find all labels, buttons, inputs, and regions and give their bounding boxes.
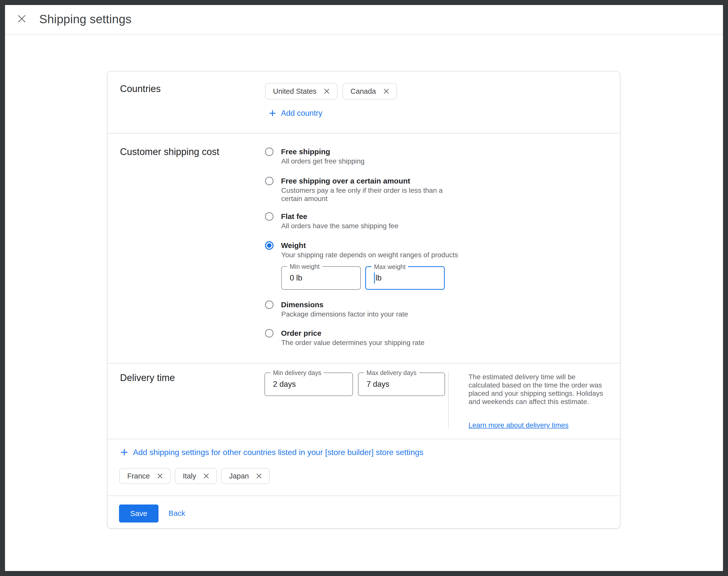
add-other-countries-button[interactable]: Add shipping settings for other countrie…: [120, 447, 424, 458]
section-divider: [108, 363, 620, 364]
vertical-divider: [448, 372, 449, 429]
add-other-countries-label: Add shipping settings for other countrie…: [133, 447, 424, 458]
section-divider: [108, 133, 620, 134]
add-country-label: Add country: [281, 108, 322, 118]
option-description: The order value determines your shipping…: [281, 339, 425, 347]
option-title: Free shipping over a certain amount: [281, 176, 410, 185]
option-title: Free shipping: [281, 147, 330, 156]
remove-country-icon[interactable]: [156, 472, 164, 480]
radio-dimensions[interactable]: [265, 300, 273, 309]
learn-more-link[interactable]: Learn more about delivery times: [468, 421, 569, 429]
remove-country-icon[interactable]: [203, 472, 210, 480]
country-chip-row: United States Canada: [265, 83, 397, 99]
min-weight-field[interactable]: Min weight 0 lb: [281, 266, 361, 290]
radio-weight[interactable]: [265, 241, 273, 250]
country-chip-japan: Japan: [221, 468, 270, 484]
delivery-note: The estimated delivery time will be calc…: [468, 373, 607, 406]
chip-label: Japan: [229, 472, 249, 480]
radio-free-shipping-over-amount[interactable]: [265, 177, 273, 185]
countries-label: Countries: [120, 83, 161, 94]
section-divider: [108, 439, 620, 439]
plus-icon: [120, 448, 128, 457]
settings-card: Countries United States Canada Add count…: [107, 71, 620, 529]
chip-label: France: [127, 472, 150, 480]
save-button[interactable]: Save: [119, 505, 158, 522]
max-weight-field[interactable]: Max weight lb: [365, 266, 445, 290]
min-weight-label: Min weight: [287, 262, 322, 270]
max-delivery-days-field[interactable]: Max delivery days 7 days: [358, 373, 445, 396]
max-weight-label: Max weight: [372, 263, 408, 271]
remove-country-icon[interactable]: [255, 472, 263, 480]
radio-order-price[interactable]: [265, 329, 273, 338]
plus-icon: [268, 109, 276, 117]
other-country-chip-row: France Italy Japan: [119, 468, 270, 484]
option-title: Weight: [281, 241, 306, 250]
option-title: Dimensions: [281, 300, 323, 309]
chip-label: Italy: [183, 472, 196, 480]
remove-country-icon[interactable]: [323, 87, 330, 95]
option-title: Flat fee: [281, 212, 307, 221]
add-country-button[interactable]: Add country: [268, 108, 322, 118]
option-description: Customers pay a fee only if their order …: [281, 186, 456, 203]
shipping-settings-dialog: Shipping settings Countries United State…: [0, 0, 728, 576]
min-delivery-days-field[interactable]: Min delivery days 2 days: [264, 373, 353, 396]
header-divider: [5, 34, 723, 34]
shipping-cost-label: Customer shipping cost: [120, 146, 219, 157]
remove-country-icon[interactable]: [382, 87, 390, 95]
option-description: All orders have the same shipping fee: [281, 222, 399, 230]
radio-flat-fee[interactable]: [265, 212, 273, 221]
country-chip-italy: Italy: [175, 468, 217, 484]
back-button[interactable]: Back: [169, 509, 185, 518]
country-chip-united-states: United States: [265, 83, 338, 99]
max-weight-value: lb: [374, 272, 381, 284]
radio-free-shipping[interactable]: [265, 147, 273, 156]
option-description: Package dimensions factor into your rate: [281, 310, 408, 318]
max-delivery-days-label: Max delivery days: [364, 369, 419, 377]
page-title: Shipping settings: [39, 12, 132, 27]
country-chip-france: France: [119, 468, 171, 484]
min-weight-value: 0 lb: [290, 273, 302, 283]
delivery-time-label: Delivery time: [120, 372, 175, 383]
max-delivery-days-value: 7 days: [367, 380, 389, 389]
country-chip-canada: Canada: [343, 83, 397, 99]
chip-label: Canada: [350, 87, 376, 95]
option-description: All orders get free shipping: [281, 157, 365, 165]
option-title: Order price: [281, 329, 321, 338]
min-delivery-days-label: Min delivery days: [270, 369, 324, 377]
close-icon[interactable]: [16, 13, 28, 25]
text-cursor: [374, 272, 375, 284]
chip-label: United States: [273, 87, 317, 95]
min-delivery-days-value: 2 days: [273, 380, 296, 389]
option-description: Your shipping rate depends on weight ran…: [281, 251, 458, 259]
section-divider: [108, 495, 620, 496]
